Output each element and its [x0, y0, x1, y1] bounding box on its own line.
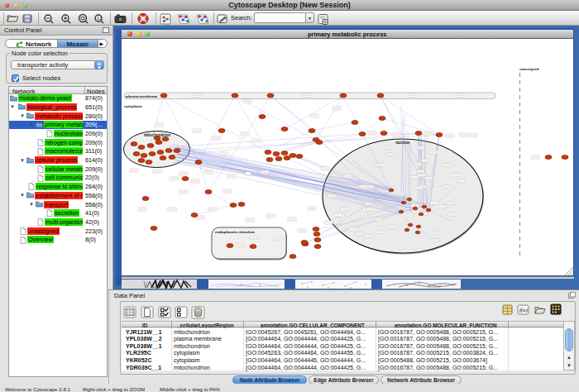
svg-text:endoplasmic reticulum: endoplasmic reticulum — [215, 230, 255, 234]
svg-text:unassigned: unassigned — [519, 67, 539, 71]
svg-text:f(x): f(x) — [519, 307, 528, 313]
svg-text:plasma membrane: plasma membrane — [126, 93, 158, 98]
svg-text:1:1: 1:1 — [97, 17, 103, 21]
svg-text:cytoplasm: cytoplasm — [124, 104, 142, 108]
